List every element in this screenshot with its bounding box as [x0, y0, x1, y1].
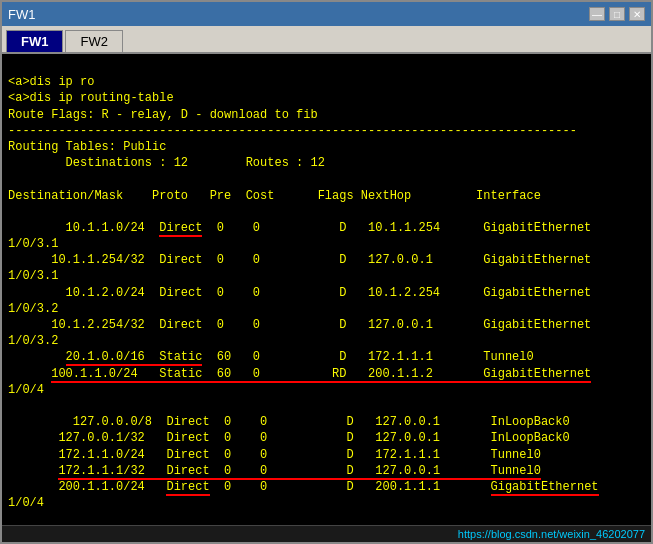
route-9: 172.1.1.0/24 Direct 0 0 D 172.1.1.1 Tunn… [8, 448, 541, 462]
route-1b: 1/0/3.1 [8, 237, 58, 251]
title-bar: FW1 — □ ✕ [2, 2, 651, 26]
maximize-button[interactable]: □ [609, 7, 625, 21]
route-11: 200.1.1.0/24 Direct 0 0 D 200.1.1.1 Giga… [8, 480, 599, 496]
line-1: <a>dis ip ro [8, 75, 94, 89]
window-frame: FW1 — □ ✕ FW1 FW2 <a>dis ip ro <a>dis ip… [0, 0, 653, 544]
tab-fw2[interactable]: FW2 [65, 30, 122, 52]
close-button[interactable]: ✕ [629, 7, 645, 21]
route-7: 127.0.0.0/8 Direct 0 0 D 127.0.0.1 InLoo… [8, 415, 570, 429]
route-4: 10.1.2.254/32 Direct 0 0 D 127.0.0.1 Gig… [8, 318, 591, 332]
route-6b: 1/0/4 [8, 383, 44, 397]
route-2: 10.1.1.254/32 Direct 0 0 D 127.0.0.1 Gig… [8, 253, 591, 267]
line-3: Route Flags: R - relay, D - download to … [8, 108, 318, 122]
tab-bar: FW1 FW2 [2, 26, 651, 54]
line-6: Destinations : 12 Routes : 12 [8, 156, 325, 170]
minimize-button[interactable]: — [589, 7, 605, 21]
route-8: 127.0.0.1/32 Direct 0 0 D 127.0.0.1 InLo… [8, 431, 570, 445]
route-3: 10.1.2.0/24 Direct 0 0 D 10.1.2.254 Giga… [8, 286, 591, 300]
line-header: Destination/Mask Proto Pre Cost Flags Ne… [8, 189, 541, 203]
route-1: 10.1.1.0/24 Direct 0 0 D 10.1.1.254 Giga… [8, 221, 591, 237]
line-5: Routing Tables: Public [8, 140, 166, 154]
tab-fw1[interactable]: FW1 [6, 30, 63, 52]
route-2b: 1/0/3.1 [8, 269, 58, 283]
route-10: 172.1.1.1/32 Direct 0 0 D 127.0.0.1 Tunn… [8, 464, 541, 480]
route-3b: 1/0/3.2 [8, 302, 58, 316]
route-11b: 1/0/4 [8, 496, 44, 510]
status-bar: https://blog.csdn.net/weixin_46202077 [2, 525, 651, 542]
route-5: 20.1.0.0/16 Static 60 0 D 172.1.1.1 Tunn… [8, 350, 534, 366]
status-text: https://blog.csdn.net/weixin_46202077 [458, 528, 645, 540]
route-4b: 1/0/3.2 [8, 334, 58, 348]
terminal[interactable]: <a>dis ip ro <a>dis ip routing-table Rou… [2, 54, 651, 525]
line-4: ----------------------------------------… [8, 124, 577, 138]
window-title: FW1 [8, 7, 35, 22]
title-bar-controls: — □ ✕ [589, 7, 645, 21]
route-6: 100.1.1.0/24 Static 60 0 RD 200.1.1.2 Gi… [8, 367, 591, 383]
terminal-content: <a>dis ip ro <a>dis ip routing-table Rou… [8, 58, 645, 525]
line-2: <a>dis ip routing-table [8, 91, 174, 105]
